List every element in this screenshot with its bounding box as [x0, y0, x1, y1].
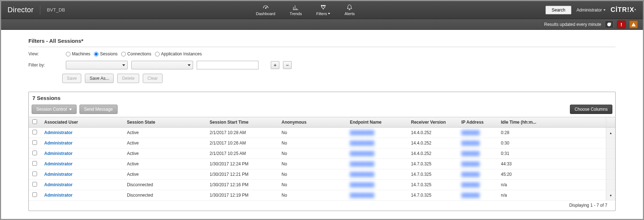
radio-app-instances[interactable]: Application Instances [155, 51, 202, 56]
cell-endpoint: ████████ [346, 159, 407, 169]
chevron-down-icon [328, 13, 330, 14]
table-row[interactable]: AdministratorActive1/30/2017 12:21 PMNo█… [29, 169, 615, 180]
select-all-checkbox[interactable] [32, 119, 37, 124]
filter-field-select[interactable] [66, 61, 128, 69]
remove-filter-button[interactable]: − [283, 61, 292, 69]
label-text: Sessions [100, 51, 118, 56]
user-link[interactable]: Administrator [44, 182, 73, 187]
radio-connections[interactable]: Connections [121, 51, 151, 56]
add-filter-button[interactable]: + [271, 61, 279, 69]
cell-receiver: 14.4.0.252 [407, 138, 458, 148]
save-as-button[interactable]: Save As... [85, 74, 114, 83]
col-anon[interactable]: Anonymous [278, 117, 346, 128]
scrollbar-track[interactable] [606, 169, 616, 180]
citrix-logo: CİTR!X· [611, 6, 636, 14]
scrollbar-track[interactable] [606, 138, 616, 148]
gauge-icon [262, 4, 269, 11]
label-text: Machines [72, 51, 90, 56]
user-link[interactable]: Administrator [44, 172, 73, 177]
warning-alert-button[interactable] [629, 20, 638, 28]
cell-receiver: 14.4.0.252 [407, 148, 458, 159]
row-checkbox[interactable] [32, 151, 37, 155]
svg-rect-5 [621, 25, 622, 26]
nav-trends[interactable]: Trends [288, 3, 304, 17]
col-start[interactable]: Session Start Time [206, 117, 278, 128]
cell-endpoint: ████████ [346, 128, 407, 138]
clear-button: Clear [143, 74, 163, 83]
cell-endpoint: ████████ [346, 169, 407, 180]
filter-operator-select[interactable] [131, 61, 193, 69]
cell-state: Active [123, 148, 206, 159]
cell-anon: No [278, 138, 346, 148]
filters-icon [320, 4, 326, 11]
user-link[interactable]: Administrator [44, 130, 73, 135]
cell-start: 1/30/2017 12:21 PM [206, 169, 278, 180]
user-link[interactable]: Administrator [44, 193, 73, 198]
view-radios: Machines Sessions Connections Applicatio… [66, 51, 202, 56]
view-label: View: [28, 51, 62, 56]
cell-anon: No [278, 169, 346, 180]
panel-title: 7 Sessions [29, 92, 615, 103]
radio-machines[interactable]: Machines [66, 51, 90, 56]
cell-idle: 44:33 [497, 159, 606, 169]
top-bar: Director BVT_DB Dashboard Trends Filters [1, 1, 643, 19]
col-ip[interactable]: IP Address [458, 117, 497, 128]
col-endpoint[interactable]: Endpoint Name [346, 117, 407, 128]
row-checkbox[interactable] [32, 161, 37, 166]
db-name: BVT_DB [47, 7, 65, 13]
cell-receiver: 14.7.0.325 [407, 169, 458, 180]
row-checkbox[interactable] [32, 130, 37, 134]
scrollbar-track[interactable] [606, 180, 616, 190]
col-receiver[interactable]: Receiver Version [407, 117, 458, 128]
nav-filters[interactable]: Filters [314, 3, 332, 17]
radio-sessions[interactable]: Sessions [94, 51, 118, 56]
table-row[interactable]: AdministratorActive2/1/2017 10:28 AMNo██… [29, 128, 615, 138]
row-checkbox[interactable] [32, 182, 37, 187]
nav-dashboard[interactable]: Dashboard [254, 3, 278, 17]
row-checkbox[interactable] [32, 192, 37, 197]
user-link[interactable]: Administrator [44, 161, 73, 166]
user-link[interactable]: Administrator [44, 151, 73, 156]
cell-state: Disconnected [123, 180, 206, 190]
svg-point-2 [323, 5, 324, 6]
scrollbar-track[interactable] [606, 159, 616, 169]
send-message-button[interactable]: Send Message [79, 105, 118, 114]
cell-state: Active [123, 138, 206, 148]
cell-ip: ██████ [458, 190, 497, 201]
table-row[interactable]: AdministratorActive1/30/2017 12:24 PMNo█… [29, 159, 615, 169]
refresh-button[interactable] [605, 20, 613, 28]
critical-alert-button[interactable] [617, 20, 626, 28]
cell-start: 1/30/2017 12:19 PM [206, 190, 278, 201]
choose-columns-button[interactable]: Choose Columns [570, 105, 612, 114]
table-row[interactable]: AdministratorDisconnected1/30/2017 12:16… [29, 180, 615, 190]
status-text: Results updated every minute [544, 22, 601, 27]
row-checkbox[interactable] [32, 171, 37, 176]
col-idle[interactable]: Idle Time (hh:m... [497, 117, 606, 128]
row-checkbox[interactable] [32, 140, 37, 145]
filter-value-input[interactable] [197, 61, 259, 69]
col-user[interactable]: Associated User [41, 117, 123, 128]
table-row[interactable]: AdministratorDisconnected1/30/2017 12:19… [29, 190, 615, 201]
cell-ip: ██████ [458, 180, 497, 190]
user-link[interactable]: Administrator [44, 141, 73, 146]
session-control-button[interactable]: Session Control [32, 105, 77, 114]
cell-ip: ██████ [458, 169, 497, 180]
scrollbar-track[interactable]: ▴ [606, 128, 616, 138]
cell-ip: ██████ [458, 159, 497, 169]
cell-idle: 45:20 [497, 169, 606, 180]
search-button[interactable]: Search [545, 6, 571, 14]
nav-alerts[interactable]: Alerts [342, 3, 357, 17]
table-row[interactable]: AdministratorActive2/1/2017 10:26 AMNo██… [29, 138, 615, 148]
cell-idle: 0:30 [497, 138, 606, 148]
sub-bar: Results updated every minute [1, 19, 643, 30]
col-state[interactable]: Session State [123, 117, 206, 128]
cell-idle: n/a [497, 180, 606, 190]
svg-rect-4 [621, 23, 622, 24]
scrollbar-track[interactable]: ▾ [606, 190, 616, 201]
table-row[interactable]: AdministratorActive2/1/2017 10:25 AMNo██… [29, 148, 615, 159]
scrollbar-track[interactable] [606, 148, 616, 159]
administrator-menu[interactable]: Administrator [576, 8, 606, 13]
alert-icon [619, 22, 624, 27]
button-label: Choose Columns [575, 107, 608, 112]
cell-idle: 0:31 [497, 148, 606, 159]
